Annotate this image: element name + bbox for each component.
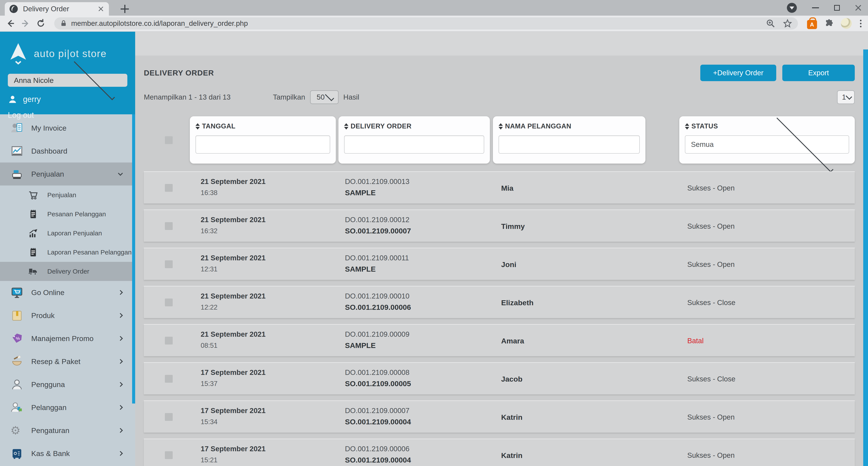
- sort-icon[interactable]: [195, 123, 200, 129]
- media-controls-icon[interactable]: [787, 3, 797, 13]
- store-extension-icon[interactable]: A: [807, 20, 817, 29]
- extensions-puzzle-icon[interactable]: [825, 19, 834, 28]
- column-card-nama-pelanggan: NAMA PELANGGAN: [493, 116, 645, 163]
- row-date: 21 September 2021: [201, 178, 266, 185]
- row-time: 15:21: [201, 456, 266, 464]
- bookmark-star-icon[interactable]: [783, 19, 792, 28]
- column-header-status[interactable]: STATUS: [691, 122, 718, 130]
- filter-status-select[interactable]: Semua: [685, 135, 849, 154]
- column-header-nama-pelanggan[interactable]: NAMA PELANGGAN: [505, 122, 571, 130]
- tab-close-icon[interactable]: [98, 6, 103, 11]
- account-select[interactable]: Anna Nicole: [8, 74, 127, 87]
- sidebar-item-pengguna[interactable]: Pengguna: [0, 373, 135, 396]
- page-number-value: 1: [842, 93, 846, 101]
- row-reference: SO.001.2109.00005: [345, 379, 411, 388]
- forward-icon[interactable]: [21, 19, 30, 28]
- window-restore-button[interactable]: [834, 5, 840, 11]
- sidebar-item-resep-paket[interactable]: Resep & Paket: [0, 350, 135, 373]
- sort-icon[interactable]: [685, 123, 689, 129]
- row-time: 12:31: [201, 265, 266, 273]
- page-scrollbar[interactable]: [863, 50, 868, 466]
- sidebar-item-pelanggan[interactable]: Pelanggan: [0, 396, 135, 419]
- back-icon[interactable]: [6, 19, 15, 28]
- chevron-right-icon: [118, 428, 123, 433]
- table-row[interactable]: 17 September 202115:34 DO.001.2109.00007…: [144, 401, 855, 433]
- address-bar[interactable]: member.autopilotstore.co.id/laporan_deli…: [54, 18, 798, 30]
- select-all-checkbox[interactable]: [165, 136, 173, 144]
- export-button[interactable]: Export: [782, 65, 855, 81]
- row-customer: Katrin: [501, 413, 522, 422]
- row-status: Sukses - Open: [687, 222, 735, 230]
- sidebar-item-label: Kas & Bank: [31, 449, 119, 458]
- table-row[interactable]: 21 September 202112:31 DO.001.2109.00011…: [144, 248, 855, 280]
- table-row[interactable]: 17 September 202115:21 DO.001.2109.00006…: [144, 439, 855, 466]
- per-page-select[interactable]: 50: [310, 90, 339, 104]
- row-checkbox[interactable]: [165, 299, 173, 306]
- table-row[interactable]: 21 September 202116:38 DO.001.2109.00013…: [144, 172, 855, 204]
- row-checkbox[interactable]: [165, 184, 173, 192]
- sidebar-subitem-laporan-pesanan-pelanggan[interactable]: Laporan Pesanan Pelanggan: [0, 243, 135, 262]
- browser-tab[interactable]: Delivery Order: [5, 2, 109, 15]
- row-time: 15:37: [201, 380, 266, 388]
- filter-nama-pelanggan-input[interactable]: [499, 135, 640, 154]
- new-tab-button[interactable]: [121, 5, 129, 13]
- row-checkbox[interactable]: [165, 337, 173, 344]
- window-close-button[interactable]: [855, 5, 862, 11]
- lock-icon[interactable]: [60, 19, 67, 28]
- table-row[interactable]: 21 September 202112:22 DO.001.2109.00010…: [144, 286, 855, 318]
- sidebar-item-go-online[interactable]: Go Online: [0, 281, 135, 304]
- row-customer: Joni: [501, 260, 516, 269]
- row-customer: Jacob: [501, 375, 522, 383]
- table-row[interactable]: 21 September 202116:32 DO.001.2109.00012…: [144, 210, 855, 242]
- add-delivery-order-button[interactable]: +Delivery Order: [700, 65, 776, 81]
- row-status: Batal: [687, 337, 704, 345]
- customer-icon: [10, 401, 24, 414]
- row-checkbox[interactable]: [165, 413, 173, 421]
- sidebar-subitem-penjualan[interactable]: Penjualan: [0, 185, 135, 205]
- sidebar-item-penjualan[interactable]: Penjualan: [0, 162, 135, 185]
- row-checkbox[interactable]: [165, 451, 173, 459]
- table-row[interactable]: 17 September 202115:37 DO.001.2109.00008…: [144, 362, 855, 395]
- row-reference: SO.001.2109.00006: [345, 303, 411, 312]
- row-checkbox[interactable]: [165, 222, 173, 230]
- filter-delivery-order-input[interactable]: [344, 135, 484, 154]
- row-checkbox[interactable]: [165, 375, 173, 383]
- sidebar-item-produk[interactable]: Produk: [0, 304, 135, 327]
- sidebar-item-label: Dashboard: [31, 147, 122, 155]
- zoom-icon[interactable]: [766, 19, 775, 28]
- row-reference: SAMPLE: [345, 265, 409, 273]
- table-row[interactable]: 21 September 202108:51 DO.001.2109.00009…: [144, 324, 855, 356]
- row-customer: Mia: [501, 184, 514, 192]
- mortar-pestle-icon: [10, 355, 24, 368]
- page-number-select[interactable]: 1: [837, 90, 855, 104]
- row-date: 17 September 2021: [201, 368, 266, 376]
- chevron-down-icon: [118, 171, 123, 176]
- sidebar-item-manajemen-promo[interactable]: % Manajemen Promo: [0, 327, 135, 350]
- profile-avatar[interactable]: [841, 18, 852, 29]
- sidebar-subitem-laporan-penjualan[interactable]: Laporan Penjualan: [0, 224, 135, 243]
- page-title: DELIVERY ORDER: [144, 68, 700, 77]
- sort-icon[interactable]: [344, 123, 348, 129]
- chevron-right-icon: [118, 359, 123, 364]
- sidebar-subitem-pesanan-pelanggan[interactable]: Pesanan Pelanggan: [0, 205, 135, 224]
- url-text: member.autopilotstore.co.id/laporan_deli…: [71, 19, 758, 28]
- chevron-down-icon: [846, 93, 852, 100]
- sidebar-scrollbar[interactable]: [132, 114, 135, 404]
- tampilkan-label: Tampilkan: [273, 93, 305, 101]
- sidebar-item-my-invoice[interactable]: My Invoice: [0, 117, 135, 139]
- sidebar-item-kas-bank[interactable]: Kas & Bank: [0, 442, 135, 465]
- window-minimize-button[interactable]: [812, 7, 819, 8]
- row-reference: SO.001.2109.00004: [345, 456, 411, 464]
- sidebar-item-dashboard[interactable]: Dashboard: [0, 139, 135, 162]
- sidebar-item-pengaturan[interactable]: ⚙ Pengaturan: [0, 419, 135, 442]
- browser-menu-icon[interactable]: [859, 19, 862, 28]
- table-header-row: TANGGAL DELIVERY ORDER: [144, 116, 855, 163]
- sort-icon[interactable]: [499, 123, 503, 129]
- sidebar-subitem-delivery-order[interactable]: Delivery Order: [0, 262, 135, 281]
- column-header-delivery-order[interactable]: DELIVERY ORDER: [350, 122, 411, 130]
- row-checkbox[interactable]: [165, 260, 173, 268]
- filter-tanggal-input[interactable]: [195, 135, 330, 154]
- sidebar-item-label: Produk: [31, 311, 119, 320]
- column-header-tanggal[interactable]: TANGGAL: [202, 122, 236, 130]
- reload-icon[interactable]: [36, 19, 45, 28]
